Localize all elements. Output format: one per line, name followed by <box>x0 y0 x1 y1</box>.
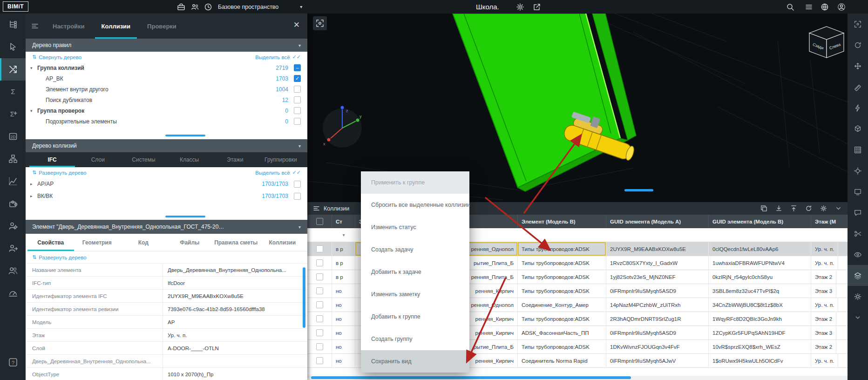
settings-icon[interactable] <box>848 286 868 307</box>
checkbox[interactable] <box>294 181 301 188</box>
fit-view-icon[interactable] <box>848 14 868 34</box>
history-icon[interactable] <box>203 2 213 12</box>
menu-item[interactable]: Создать задачу <box>361 238 469 261</box>
globe-icon[interactable] <box>820 2 830 12</box>
tab-Настройки[interactable]: Настройки <box>46 14 91 39</box>
tree-caret-icon[interactable]: ▾ <box>30 109 37 113</box>
sum-plus-icon[interactable]: Σ <box>0 103 26 125</box>
tab-Геометрия[interactable]: Геометрия <box>74 234 121 251</box>
lightning-icon[interactable] <box>848 97 868 118</box>
grid-icon[interactable] <box>848 139 868 160</box>
account-icon[interactable] <box>836 2 847 12</box>
tab-Коллизии[interactable]: Коллизии <box>95 14 137 39</box>
tree-caret-icon[interactable]: ▸ <box>30 182 37 186</box>
tab-Код[interactable]: Код <box>120 234 167 251</box>
horizontal-scrollbar[interactable] <box>165 216 205 217</box>
tab-Классы[interactable]: Классы <box>167 152 212 167</box>
panel-menu-icon[interactable] <box>31 22 39 30</box>
expand-tree-button[interactable]: ⇅Развернуть дерево <box>32 170 87 176</box>
checkbox[interactable] <box>316 329 323 336</box>
column-header[interactable]: Ст <box>332 215 355 228</box>
visibility-icon[interactable] <box>848 244 868 265</box>
user-settings-icon[interactable] <box>0 215 26 237</box>
download-icon[interactable] <box>775 205 782 212</box>
sum-icon[interactable]: Σ <box>0 81 26 103</box>
refresh-icon[interactable] <box>805 205 812 212</box>
tab-Этажи[interactable]: Этажи <box>212 152 258 167</box>
select-all-checkbox[interactable] <box>316 218 323 225</box>
comment-icon[interactable] <box>848 202 868 223</box>
team-icon[interactable] <box>190 2 200 12</box>
duplicate-icon[interactable] <box>760 205 767 212</box>
measure-icon[interactable] <box>848 76 868 97</box>
checkbox[interactable]: – <box>294 64 301 71</box>
menu-item[interactable]: Создать группу <box>361 328 469 350</box>
tree-caret-icon[interactable]: ▾ <box>30 66 37 70</box>
focus-icon[interactable] <box>848 160 868 181</box>
user-export-icon[interactable] <box>0 237 26 259</box>
checkbox[interactable] <box>316 245 323 252</box>
menu-item[interactable]: Добавить к задаче <box>361 261 469 283</box>
collision-tree-header[interactable]: Дерево коллизий ▾ <box>26 139 307 152</box>
toolbox-icon[interactable] <box>176 2 186 12</box>
checkbox[interactable] <box>316 357 323 364</box>
rules-tree-item[interactable]: Поиск дубликатов12 <box>26 95 307 105</box>
column-header[interactable]: Элемент (Модель B) <box>518 215 606 228</box>
upload-icon[interactable] <box>790 205 797 212</box>
expand-properties-button[interactable]: ⇅ Развернуть дерево <box>26 251 307 264</box>
table-horizontal-scrollbar[interactable] <box>311 376 631 379</box>
tab-Слои[interactable]: Слои <box>75 152 121 167</box>
rules-tree-header[interactable]: Дерево правил ▾ <box>26 39 307 52</box>
tab-Правила сметы[interactable]: Правила сметы <box>213 234 259 251</box>
checkbox[interactable] <box>316 301 323 308</box>
collapse-tree-button[interactable]: ⇅Свернуть дерево <box>32 54 81 60</box>
tab-Коллизии[interactable]: Коллизии <box>259 234 306 251</box>
rules-tree-item[interactable]: ▾Группа проверок0 <box>26 105 307 116</box>
orbit-icon[interactable] <box>848 34 868 55</box>
menu-item[interactable]: Сбросить все выделенные коллизии <box>361 194 469 216</box>
checkbox[interactable] <box>316 259 323 266</box>
collapse-icon[interactable] <box>835 205 842 212</box>
rules-tree-item[interactable]: Подозрительные элементы0 <box>26 116 307 127</box>
collision-tree-item[interactable]: ▸ВК/ВК1703/1703 <box>26 190 307 202</box>
viewport-scrollbar[interactable] <box>624 189 653 191</box>
rules-tree-item[interactable]: ▾Группа коллизий2719– <box>26 62 307 73</box>
column-header[interactable]: GUID элемента (Модель B) <box>709 215 811 228</box>
tab-IFC[interactable]: IFC <box>29 152 75 167</box>
horizontal-scrollbar[interactable] <box>165 135 205 136</box>
workspace-selector[interactable]: Базовое пространство ▾ <box>218 0 302 14</box>
share-icon[interactable] <box>532 2 542 12</box>
checkbox[interactable] <box>316 343 323 350</box>
checkbox[interactable]: ✓ <box>294 75 301 82</box>
menu-item[interactable]: Добавить к группе <box>361 305 469 328</box>
collisions-icon[interactable] <box>0 58 26 81</box>
pan-icon[interactable] <box>848 55 868 76</box>
checkbox[interactable] <box>316 287 323 294</box>
select-icon[interactable] <box>0 36 26 58</box>
layers-icon[interactable] <box>848 265 868 286</box>
tab-Файлы[interactable]: Файлы <box>167 234 213 251</box>
tree-caret-icon[interactable]: ▸ <box>30 194 37 198</box>
select-all-button[interactable]: Выделить всё✓✓ <box>255 170 301 176</box>
column-header[interactable]: Этаж (М <box>811 215 848 228</box>
checkbox[interactable] <box>294 193 301 200</box>
chevron-down-icon[interactable] <box>848 307 868 328</box>
checkbox[interactable] <box>294 86 301 93</box>
checkbox[interactable] <box>316 315 323 322</box>
table-menu-icon[interactable] <box>313 205 320 212</box>
tab-Системы[interactable]: Системы <box>121 152 166 167</box>
checkbox[interactable] <box>294 96 301 103</box>
focus-view-button[interactable] <box>313 16 327 30</box>
menu-item[interactable]: Изменить статус <box>361 216 469 238</box>
checkbox[interactable] <box>294 118 301 125</box>
schema-icon[interactable] <box>0 148 26 170</box>
column-header[interactable]: GUID элемента (Модель A) <box>606 215 709 228</box>
dashboard-icon[interactable] <box>0 282 26 304</box>
analytics-icon[interactable] <box>0 170 26 192</box>
view-cube[interactable]: Сзади Слева <box>809 27 844 58</box>
vertical-scrollbar[interactable] <box>303 267 305 328</box>
tab-Группировки[interactable]: Группировки <box>258 152 304 167</box>
checkbox[interactable] <box>316 273 323 280</box>
clip-icon[interactable] <box>848 223 868 244</box>
section-box-icon[interactable] <box>848 118 868 139</box>
